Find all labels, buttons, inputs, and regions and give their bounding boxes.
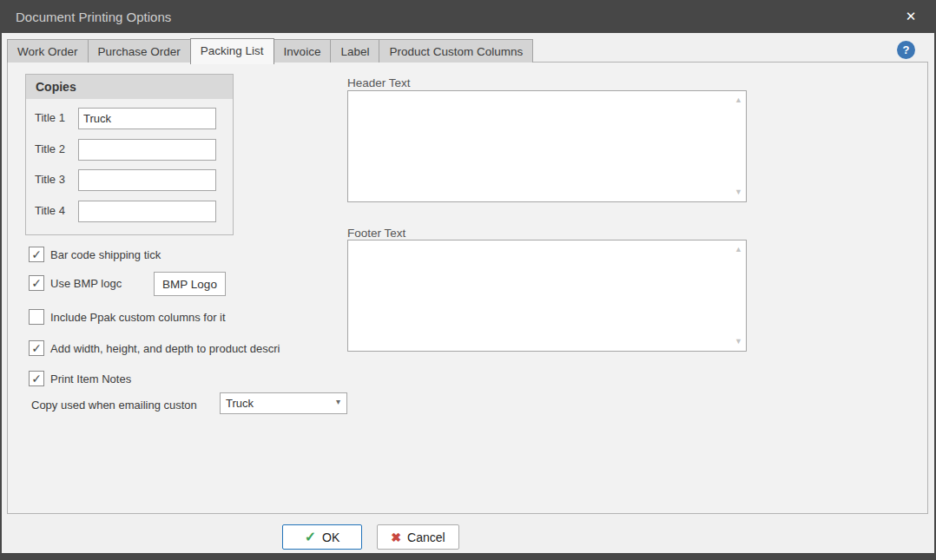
title3-label: Title 3	[35, 173, 65, 186]
header-text-label: Header Text	[347, 76, 411, 89]
footer-text-box: ▲ ▼	[347, 240, 747, 352]
copies-group-title: Copies	[26, 75, 233, 99]
window-border-left	[0, 0, 2, 560]
footer-text-label: Footer Text	[347, 227, 405, 240]
titlebar: Document Printing Options ✕	[0, 0, 936, 33]
include-ppak-columns-label: Include Ppak custom columns for it	[50, 311, 226, 324]
add-dimensions-checkbox[interactable]: ✓	[29, 340, 44, 356]
title1-row: Title 1	[26, 108, 233, 129]
cancel-button-label: Cancel	[407, 530, 445, 544]
check-icon: ✓	[305, 529, 316, 545]
close-icon[interactable]: ✕	[898, 0, 924, 33]
bmp-logo-button[interactable]: BMP Logo	[154, 272, 226, 296]
tab-strip: Work Order Purchase Order Packing List I…	[7, 38, 532, 63]
chevron-down-icon: ▾	[336, 397, 340, 406]
scroll-up-icon[interactable]: ▲	[735, 246, 742, 254]
email-copy-label: Copy used when emailing custon	[31, 399, 220, 412]
help-icon[interactable]: ?	[897, 41, 915, 59]
title1-input[interactable]	[78, 108, 216, 129]
ok-button[interactable]: ✓ OK	[282, 524, 362, 550]
window-border-bottom	[0, 553, 936, 560]
window-title: Document Printing Options	[16, 10, 171, 24]
print-item-notes-label: Print Item Notes	[50, 372, 131, 385]
ok-button-label: OK	[322, 530, 339, 544]
copies-group: Copies Title 1 Title 2 Title 3 Title 4	[25, 74, 234, 235]
scroll-down-icon[interactable]: ▼	[735, 338, 742, 346]
scroll-up-icon[interactable]: ▲	[735, 96, 742, 104]
include-ppak-columns-checkbox-row: Include Ppak custom columns for it	[29, 309, 226, 325]
title4-label: Title 4	[35, 204, 65, 217]
tab-invoice[interactable]: Invoice	[274, 39, 332, 63]
footer-text-input[interactable]	[348, 240, 731, 351]
title2-label: Title 2	[35, 142, 65, 155]
x-icon: ✖	[391, 530, 401, 544]
cancel-button[interactable]: ✖ Cancel	[377, 524, 459, 550]
header-text-box: ▲ ▼	[347, 90, 747, 202]
barcode-shipping-checkbox[interactable]: ✓	[29, 247, 44, 262]
use-bmp-logo-checkbox[interactable]: ✓	[29, 275, 44, 291]
add-dimensions-label: Add width, height, and depth to product …	[50, 342, 280, 355]
scroll-down-icon[interactable]: ▼	[735, 188, 742, 196]
email-copy-dropdown[interactable]: Truck ▾	[220, 392, 347, 414]
title2-input[interactable]	[78, 139, 216, 161]
include-ppak-columns-checkbox[interactable]	[29, 309, 44, 325]
title4-input[interactable]	[78, 201, 216, 222]
header-text-input[interactable]	[348, 91, 731, 201]
barcode-shipping-checkbox-row: ✓ Bar code shipping tick	[29, 247, 161, 262]
email-copy-dropdown-value: Truck	[226, 397, 254, 410]
print-item-notes-checkbox[interactable]: ✓	[29, 371, 44, 386]
title1-label: Title 1	[35, 111, 65, 124]
barcode-shipping-label: Bar code shipping tick	[50, 248, 161, 261]
tab-purchase-order[interactable]: Purchase Order	[88, 39, 191, 63]
add-dimensions-checkbox-row: ✓ Add width, height, and depth to produc…	[29, 340, 280, 356]
title3-row: Title 3	[26, 169, 233, 191]
tab-packing-list[interactable]: Packing List	[190, 38, 274, 64]
tab-work-order[interactable]: Work Order	[7, 39, 89, 63]
title4-row: Title 4	[26, 201, 233, 222]
tab-label[interactable]: Label	[330, 39, 379, 63]
use-bmp-logo-checkbox-row: ✓ Use BMP logc	[29, 275, 122, 291]
use-bmp-logo-label: Use BMP logc	[50, 277, 122, 290]
title2-row: Title 2	[26, 139, 233, 161]
title3-input[interactable]	[78, 169, 216, 191]
print-item-notes-checkbox-row: ✓ Print Item Notes	[29, 371, 131, 386]
document-printing-options-dialog: Document Printing Options ✕ Work Order P…	[0, 0, 936, 560]
tab-product-custom-columns[interactable]: Product Custom Columns	[379, 39, 533, 63]
